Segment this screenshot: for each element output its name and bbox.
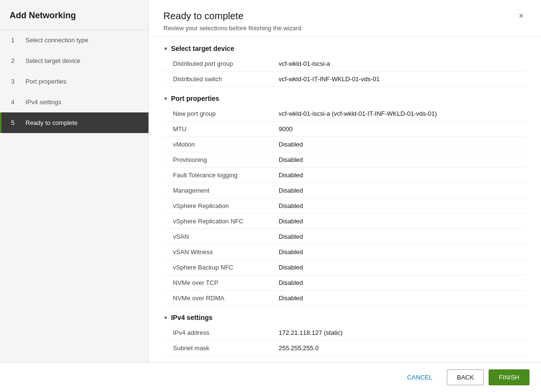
section-ipv4-settings: ▼ IPv4 settings IPv4 address 172.21.118.… [163,314,527,356]
section-table-select-target-device: Distributed port group vcf-wkld-01-iscsi… [163,56,527,87]
main-content: Ready to complete Review your selections… [149,0,541,362]
row-value-1-9: Disabled [269,245,527,260]
row-value-1-10: Disabled [269,260,527,275]
section-header-port-properties[interactable]: ▼ Port properties [163,95,527,102]
row-value-0-0: vcf-wkld-01-iscsi-a [269,56,527,72]
row-key-2-1: Subnet mask [163,341,269,356]
table-row: Management Disabled [163,183,527,198]
main-scroll-area: ▼ Select target device Distributed port … [149,37,541,362]
table-row: Distributed port group vcf-wkld-01-iscsi… [163,56,527,72]
row-key-1-5: Management [163,183,269,198]
row-value-1-4: Disabled [269,168,527,183]
table-row: Subnet mask 255.255.255.0 [163,341,527,356]
chevron-icon-port-properties: ▼ [163,96,168,101]
table-row: vSphere Replication NFC Disabled [163,214,527,229]
sidebar: Add Networking 1 Select connection type … [0,0,149,362]
row-value-2-1: 255.255.255.0 [269,341,527,356]
step-label-4: Ready to complete [25,119,77,126]
dialog-body: Add Networking 1 Select connection type … [0,0,541,362]
row-key-0-1: Distributed switch [163,72,269,87]
step-number-4: 5 [11,119,21,126]
row-key-2-0: IPv4 address [163,325,269,341]
step-number-2: 3 [11,78,21,85]
row-value-0-1: vcf-wkld-01-IT-INF-WKLD-01-vds-01 [269,72,527,87]
sidebar-steps: 1 Select connection type 2 Select target… [0,30,148,133]
row-value-1-0: vcf-wkld-01-iscsi-a (vcf-wkld-01-IT-INF-… [269,106,527,122]
table-row: vMotion Disabled [163,137,527,152]
step-label-1: Select target device [25,57,80,64]
table-row: Distributed switch vcf-wkld-01-IT-INF-WK… [163,72,527,87]
step-label-3: IPv4 settings [25,98,61,106]
row-key-1-10: vSphere Backup NFC [163,260,269,275]
row-key-1-12: NVMe over RDMA [163,291,269,306]
row-value-1-8: Disabled [269,229,527,245]
row-key-1-8: vSAN [163,229,269,245]
row-key-1-3: Provisioning [163,152,269,168]
table-row: New port group vcf-wkld-01-iscsi-a (vcf-… [163,106,527,122]
chevron-icon-ipv4-settings: ▼ [163,315,168,320]
row-key-1-6: vSphere Replication [163,198,269,214]
step-number-3: 4 [11,98,21,106]
table-row: vSAN Witness Disabled [163,245,527,260]
section-header-ipv4-settings[interactable]: ▼ IPv4 settings [163,314,527,321]
row-key-1-0: New port group [163,106,269,122]
table-row: IPv4 address 172.21.118.127 (static) [163,325,527,341]
main-header: Ready to complete Review your selections… [149,0,541,37]
step-label-0: Select connection type [25,37,88,44]
row-value-1-5: Disabled [269,183,527,198]
page-subtitle: Review your selections before finishing … [163,24,302,32]
row-value-1-6: Disabled [269,198,527,214]
row-key-1-4: Fault Tolerance logging [163,168,269,183]
row-key-0-0: Distributed port group [163,56,269,72]
row-value-1-3: Disabled [269,152,527,168]
section-title-select-target-device: Select target device [171,45,234,52]
section-table-ipv4-settings: IPv4 address 172.21.118.127 (static) Sub… [163,325,527,356]
add-networking-dialog: Add Networking 1 Select connection type … [0,0,541,392]
table-row: vSAN Disabled [163,229,527,245]
row-key-1-1: MTU [163,122,269,137]
close-button[interactable]: × [516,11,527,21]
table-row: Fault Tolerance logging Disabled [163,168,527,183]
step-label-2: Port properties [25,78,66,85]
sidebar-step-0[interactable]: 1 Select connection type [0,30,148,50]
sidebar-step-4[interactable]: 5 Ready to complete [0,112,148,133]
sidebar-step-2[interactable]: 3 Port properties [0,71,148,92]
step-number-1: 2 [11,57,21,64]
section-header-select-target-device[interactable]: ▼ Select target device [163,45,527,52]
section-title-port-properties: Port properties [171,95,219,102]
row-key-1-2: vMotion [163,137,269,152]
table-row: vSphere Replication Disabled [163,198,527,214]
row-value-1-12: Disabled [269,291,527,306]
header-text: Ready to complete Review your selections… [163,11,302,32]
cancel-button[interactable]: CANCEL [397,370,442,385]
back-button[interactable]: BACK [447,369,484,385]
table-row: Provisioning Disabled [163,152,527,168]
section-title-ipv4-settings: IPv4 settings [171,314,212,321]
row-key-1-9: vSAN Witness [163,245,269,260]
row-value-2-0: 172.21.118.127 (static) [269,325,527,341]
section-select-target-device: ▼ Select target device Distributed port … [163,45,527,87]
row-value-1-1: 9000 [269,122,527,137]
step-number-0: 1 [11,37,21,44]
sidebar-step-3[interactable]: 4 IPv4 settings [0,92,148,112]
row-value-1-7: Disabled [269,214,527,229]
table-row: NVMe over RDMA Disabled [163,291,527,306]
finish-button[interactable]: FINISH [489,369,529,385]
page-title: Ready to complete [163,11,302,22]
row-value-1-2: Disabled [269,137,527,152]
section-table-port-properties: New port group vcf-wkld-01-iscsi-a (vcf-… [163,106,527,306]
section-port-properties: ▼ Port properties New port group vcf-wkl… [163,95,527,306]
dialog-footer: CANCEL BACK FINISH [0,362,541,392]
row-key-1-11: NVMe over TCP [163,275,269,291]
row-value-1-11: Disabled [269,275,527,291]
sidebar-step-1[interactable]: 2 Select target device [0,50,148,71]
table-row: NVMe over TCP Disabled [163,275,527,291]
sidebar-title: Add Networking [0,0,148,30]
row-key-1-7: vSphere Replication NFC [163,214,269,229]
table-row: MTU 9000 [163,122,527,137]
table-row: vSphere Backup NFC Disabled [163,260,527,275]
chevron-icon-select-target-device: ▼ [163,46,168,51]
